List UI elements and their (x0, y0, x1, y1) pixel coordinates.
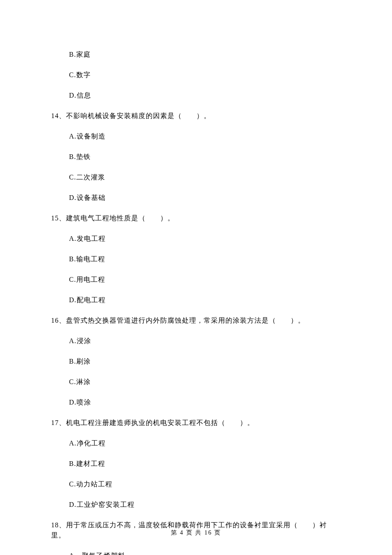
option-text: C.数字 (69, 70, 341, 80)
question-stem: 17、机电工程注册建造师执业的机电安装工程不包括（ ）。 (51, 418, 341, 428)
option-text: A.浸涂 (69, 336, 341, 346)
question-stem: 15、建筑电气工程地性质是（ ）。 (51, 213, 341, 223)
question-stem: 14、不影响机械设备安装精度的因素是（ ）。 (51, 111, 341, 121)
option-text: A.发电工程 (69, 234, 341, 244)
option-text: B.家庭 (69, 49, 341, 60)
option-text: C.用电工程 (69, 275, 341, 285)
option-text: D.工业炉窑安装工程 (69, 500, 341, 510)
option-text: B.垫铁 (69, 152, 341, 162)
option-text: D.喷涂 (69, 397, 341, 408)
option-text: C.动力站工程 (69, 479, 341, 489)
question-stem: 16、盘管式热交换器管道进行内外防腐蚀处理，常采用的涂装方法是（ ）。 (51, 315, 341, 326)
option-text: C.淋涂 (69, 377, 341, 387)
option-text: B.建材工程 (69, 459, 341, 469)
option-text: A.净化工程 (69, 438, 341, 448)
option-text: A.设备制造 (69, 131, 341, 142)
option-text: D.设备基础 (69, 193, 341, 203)
option-text: A、聚氯乙烯塑料 (69, 551, 341, 555)
option-text: B.刷涂 (69, 356, 341, 367)
option-text: D.信息 (69, 90, 341, 101)
option-text: B.输电工程 (69, 254, 341, 264)
option-text: C.二次灌浆 (69, 172, 341, 182)
page-footer: 第 4 页 共 16 页 (0, 528, 392, 537)
option-text: D.配电工程 (69, 295, 341, 305)
document-content: B.家庭 C.数字 D.信息 14、不影响机械设备安装精度的因素是（ ）。 A.… (0, 0, 392, 555)
